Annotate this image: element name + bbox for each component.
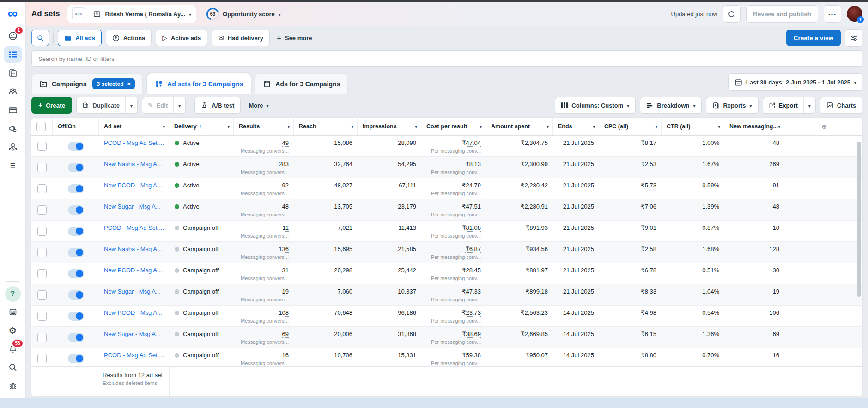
table-row[interactable]: New PCOD - Msg A... Active 92Messaging c… [31,178,862,199]
chevron-down-icon[interactable] [227,123,230,130]
results-value[interactable]: 31 [282,267,289,274]
row-toggle[interactable] [68,333,84,342]
sidebar-item-search[interactable] [4,359,22,376]
filter-active-ads[interactable]: Active ads [156,30,207,46]
create-button[interactable]: Create [31,97,72,114]
select-all-checkbox[interactable] [36,122,46,131]
column-header-delivery[interactable]: Delivery [169,118,234,135]
table-row[interactable]: PCOD - Msg Ad Set ... Active 49Messaging… [31,136,862,157]
add-column-header[interactable] [784,118,862,135]
results-value[interactable]: 48 [282,203,289,210]
opportunity-score[interactable]: 63 Opportunity score [206,8,281,20]
table-row[interactable]: PCOD - Msg Ad Set ... Campaign off 16Mes… [31,348,862,366]
results-value[interactable]: 11 [283,224,289,232]
review-publish-button[interactable]: Review and publish [746,5,818,23]
vertical-scrollbar[interactable] [857,142,861,297]
results-value[interactable]: 16 [282,352,289,359]
sidebar-item-ads-settings[interactable] [4,120,22,137]
see-more-button[interactable]: See more [274,34,315,42]
filter-had-delivery[interactable]: Had delivery [212,30,270,46]
row-toggle[interactable] [68,290,84,300]
cost-per-result-value[interactable]: ₹59.38 [462,352,481,359]
cost-per-result-value[interactable]: ₹24.79 [462,182,481,189]
breakdown-button[interactable]: Breakdown [640,97,702,114]
column-header-reach[interactable]: Reach [294,118,358,135]
table-row[interactable]: New Nasha - Msg A... Active 283Messaging… [31,157,862,178]
search-filter-button[interactable] [31,30,49,46]
add-column-icon[interactable] [821,123,827,130]
charts-button[interactable]: Charts [820,97,862,114]
table-row[interactable]: New Nasha - Msg A... Campaign off 136Mes… [31,242,862,263]
sidebar-item-audiences[interactable] [4,83,22,100]
adset-name-link[interactable]: New Sugar - Msg A... [104,330,161,337]
results-value[interactable]: 49 [282,139,289,147]
table-row[interactable]: New PCOD - Msg A... Campaign off 108Mess… [31,306,862,327]
cost-per-result-value[interactable]: ₹23.73 [462,309,481,317]
row-toggle[interactable] [68,205,84,215]
results-value[interactable]: 136 [279,246,289,253]
date-range-selector[interactable]: Last 30 days: 2 Jun 2025 - 1 Jul 2025 [728,73,862,91]
column-header-ad-set[interactable]: Ad set [99,118,169,135]
adset-name-link[interactable]: New Sugar - Msg A... [104,203,161,210]
adset-name-link[interactable]: New Nasha - Msg A... [104,161,162,168]
row-toggle[interactable] [68,184,84,193]
row-toggle[interactable] [68,227,84,236]
chevron-down-icon[interactable] [546,123,549,130]
adset-name-link[interactable]: PCOD - Msg Ad Set ... [104,224,164,231]
column-header-impressions[interactable]: Impressions [358,118,421,135]
cost-per-result-value[interactable]: ₹47.04 [462,139,481,147]
column-header-amount-spent[interactable]: Amount spent [486,118,553,135]
refresh-button[interactable] [723,5,741,23]
column-header-new-messaging[interactable]: New messaging... [724,118,784,135]
cost-per-result-value[interactable]: ₹47.51 [462,203,481,210]
row-checkbox[interactable] [37,163,47,172]
filter-actions[interactable]: Actions [106,30,152,46]
sidebar-item-ads-reporting[interactable] [4,65,22,81]
row-checkbox[interactable] [37,205,47,215]
chevron-down-icon[interactable] [287,123,290,130]
sidebar-item-all-tools[interactable]: ≡ [4,157,22,174]
chevron-down-icon[interactable] [480,123,482,130]
export-button[interactable]: Export [763,97,803,113]
adset-name-link[interactable]: New Nasha - Msg A... [104,246,162,252]
column-header-ends[interactable]: Ends [553,118,599,135]
row-checkbox[interactable] [37,290,47,300]
table-row[interactable]: New Sugar - Msg A... Campaign off 19Mess… [31,284,862,306]
clear-selection-icon[interactable] [127,80,131,87]
view-settings-button[interactable] [845,29,862,47]
ab-test-button[interactable]: A/B test [194,97,241,114]
results-value[interactable]: 19 [282,288,289,295]
row-checkbox[interactable] [37,333,47,342]
results-value[interactable]: 69 [282,330,289,338]
row-toggle[interactable] [68,142,84,151]
adset-name-link[interactable]: New Sugar - Msg A... [104,288,161,295]
column-header-cost-per-result[interactable]: Cost per result [421,118,486,135]
adset-name-link[interactable]: New PCOD - Msg A... [104,267,162,274]
cost-per-result-value[interactable]: ₹6.87 [465,246,481,253]
table-row[interactable]: PCOD - Msg Ad Set ... Campaign off 11Mes… [31,221,862,242]
sidebar-item-report-bug[interactable] [4,378,22,394]
more-options-button[interactable] [824,5,841,23]
help-button[interactable]: ? [5,286,21,302]
columns-button[interactable]: Columns: Custom [555,97,636,114]
sidebar-item-updates[interactable] [4,304,22,320]
cost-per-result-value[interactable]: ₹47.33 [462,288,481,295]
create-view-button[interactable]: Create a view [786,30,841,46]
cost-per-result-value[interactable]: ₹38.69 [462,330,481,338]
row-checkbox[interactable] [37,248,47,257]
table-row[interactable]: New Sugar - Msg A... Campaign off 69Mess… [31,327,862,348]
sidebar-item-billing[interactable] [4,102,22,118]
sidebar-item-ads-manager[interactable] [4,46,22,63]
duplicate-dropdown[interactable] [126,97,137,113]
row-checkbox[interactable] [37,354,47,363]
table-row[interactable]: New Sugar - Msg A... Active 48Messaging … [31,199,862,221]
row-toggle[interactable] [68,354,84,363]
results-value[interactable]: 108 [279,309,289,317]
row-checkbox[interactable] [37,184,47,193]
column-header-cpc[interactable]: CPC (all) [599,118,662,135]
sidebar-item-asset-groups[interactable] [4,138,22,155]
cost-per-result-value[interactable]: ₹81.08 [462,224,481,232]
tab-campaigns[interactable]: Campaigns 3 selected [31,73,143,94]
account-selector[interactable]: APR Ritesh Verma ( Romalia Ay... [67,5,196,23]
edit-dropdown[interactable] [174,97,185,113]
